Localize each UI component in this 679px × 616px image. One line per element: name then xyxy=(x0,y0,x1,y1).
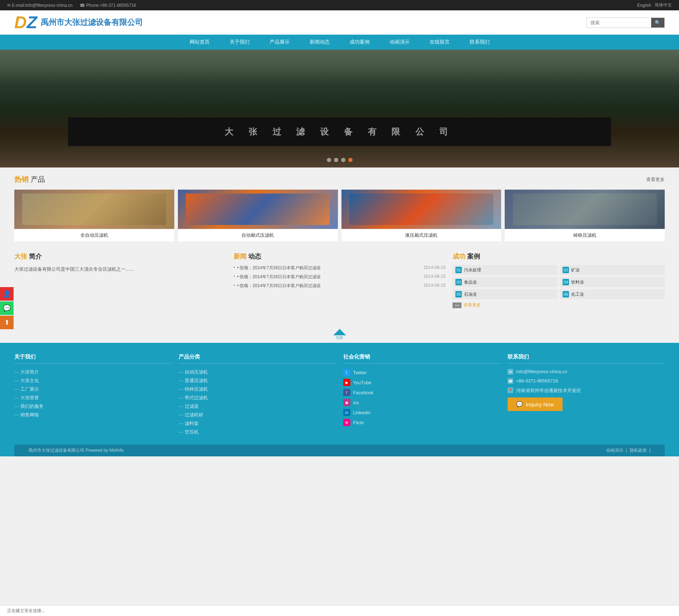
hero-dot-2[interactable] xyxy=(334,158,338,162)
case-num-2: 02 xyxy=(563,267,569,273)
case-label-6: 化工业 xyxy=(571,291,584,297)
news-item-1: • 悦颂：2014年7月26日日本客户购买过滤设 2014-08-15 xyxy=(234,265,446,271)
contact-phone-text: +86-0371-86565716 xyxy=(516,378,558,384)
search-input[interactable] xyxy=(587,18,651,27)
lang-chinese[interactable]: 简体中文 xyxy=(655,2,672,8)
twitter-link[interactable]: Twitter xyxy=(353,370,367,375)
social-twitter: t Twitter xyxy=(343,369,500,376)
top-bar: ✉ E-mail:info@filterpress-china.cn ☎ Pho… xyxy=(0,0,679,10)
case-num-3: 03 xyxy=(455,279,462,285)
news-date-3: 2014-08-15 xyxy=(424,283,445,289)
inquiry-chat-icon: 💬 xyxy=(516,401,523,407)
sidebar-person-btn[interactable]: 👤 xyxy=(0,287,14,301)
case-item-4[interactable]: 04 饮料业 xyxy=(560,277,665,287)
product-card-4[interactable]: 铸铁压滤机 xyxy=(505,190,665,241)
nav-home[interactable]: 网站首页 xyxy=(180,35,220,50)
footer-about-link-1[interactable]: 大张简介 xyxy=(14,369,39,375)
cases-more-link[interactable]: 查看更多 xyxy=(464,302,481,308)
product-card-2[interactable]: 自动厢式压滤机 xyxy=(178,190,338,241)
youtube-icon: ▶ xyxy=(343,379,350,386)
footer-animation-link[interactable]: 动画演示 xyxy=(606,448,623,453)
lang-english[interactable]: English xyxy=(637,3,651,8)
case-item-3[interactable]: 03 食品业 xyxy=(453,277,558,287)
back-to-top-btn[interactable]: TOP xyxy=(333,329,346,340)
product-name-3: 液压厢式压滤机 xyxy=(341,229,501,241)
about-section: 大张 简介 大张过滤设备有限公司是中国三大顶尖专业压滤机之一...... xyxy=(14,252,226,308)
nav-news[interactable]: 新闻动态 xyxy=(300,35,340,50)
whatsapp-icon: 💬 xyxy=(3,304,11,312)
inquiry-button[interactable]: 💬 Inquiry Now xyxy=(508,397,563,411)
sidebar-whatsapp-btn[interactable]: 💬 xyxy=(0,301,14,315)
contact-phone: ☎ +86-0371-86565716 xyxy=(508,378,665,384)
linkedin-icon: in xyxy=(343,409,350,416)
product-img-2 xyxy=(178,190,338,229)
case-item-1[interactable]: 01 污水处理 xyxy=(453,265,558,275)
footer-bottom-links: 动画演示 | 隐私政策 | xyxy=(605,447,650,454)
footer-prod-link-4[interactable]: 带式过滤机 xyxy=(179,395,208,400)
hero-dot-3[interactable] xyxy=(341,158,345,162)
news-link-1[interactable]: • 悦颂：2014年7月26日日本客户购买过滤设 xyxy=(237,265,321,271)
contact-address: 📍 河南省郑州市信通新技术开发区 xyxy=(508,387,665,394)
footer-grid: 关于我们 大张简介 大张文化 工厂展示 大张荣誉 我们的服务 销售网络 产品分类… xyxy=(14,354,665,445)
email-icon: ✉ xyxy=(508,369,513,375)
footer-about-link-5[interactable]: 我们的服务 xyxy=(14,404,44,409)
case-item-2[interactable]: 02 矿业 xyxy=(560,265,665,275)
footer-bottom: 禹州市大张过滤设备有限公司 Powered by MetInfo 动画演示 | … xyxy=(14,445,665,456)
success-section: 成功 案例 01 污水处理 02 矿业 03 食品业 04 饮料业 xyxy=(453,252,665,308)
product-img-3 xyxy=(341,190,501,229)
news-link-3[interactable]: • 悦颂：2014年7月26日日本客户购买过滤设 xyxy=(237,283,321,289)
more-cases: >> 查看更多 xyxy=(453,302,665,308)
youtube-link[interactable]: YouTube xyxy=(353,380,371,385)
nav-contact[interactable]: 联系我们 xyxy=(460,35,500,50)
products-title: 热销 产品 xyxy=(14,175,45,184)
email-label: ✉ E-mail:info@filterpress-china.cn xyxy=(7,3,73,8)
nav-about[interactable]: 关于我们 xyxy=(220,35,260,50)
footer-about-link-3[interactable]: 工厂展示 xyxy=(14,386,39,392)
footer-about-link-6[interactable]: 销售网络 xyxy=(14,412,39,417)
logo-dz: DZ xyxy=(14,14,37,31)
footer-about-links: 大张简介 大张文化 工厂展示 大张荣誉 我们的服务 销售网络 xyxy=(14,369,171,418)
success-title-rest: 案例 xyxy=(467,253,480,260)
social-facebook: f Facebook xyxy=(343,389,500,396)
hero-dot-1[interactable] xyxy=(327,158,331,162)
flickr-link[interactable]: Flickr xyxy=(353,420,364,425)
instagram-link[interactable]: ins xyxy=(353,400,359,405)
news-link-2[interactable]: • 悦颂：2014年7月26日日本客户购买过滤设 xyxy=(237,274,321,280)
products-view-more: 查看更多 xyxy=(646,176,665,183)
products-title-hot: 热销 xyxy=(14,175,29,183)
social-youtube: ▶ YouTube xyxy=(343,379,500,386)
hero-dot-4[interactable] xyxy=(348,158,353,162)
news-title: 新闻 动态 xyxy=(234,252,446,261)
facebook-link[interactable]: Facebook xyxy=(353,390,374,395)
footer-prod-link-3[interactable]: 特种压滤机 xyxy=(179,386,208,392)
footer-prod-link-8[interactable]: 空压机 xyxy=(179,429,199,435)
case-item-5[interactable]: 05 石油业 xyxy=(453,289,558,299)
search-area: 🔍 xyxy=(586,17,665,28)
nav-products[interactable]: 产品展示 xyxy=(260,35,300,50)
footer-prod-link-6[interactable]: 过滤耗材 xyxy=(179,412,203,417)
footer-privacy-link[interactable]: 隐私政策 xyxy=(630,448,647,453)
linkedin-link[interactable]: Linkedin xyxy=(353,410,370,415)
nav-message[interactable]: 在线留言 xyxy=(420,35,460,50)
footer-prod-link-1[interactable]: 自动压滤机 xyxy=(179,369,208,375)
products-more-link[interactable]: 查看更多 xyxy=(646,177,665,182)
product-card-1[interactable]: 全自动压滤机 xyxy=(14,190,174,241)
footer-about-link-2[interactable]: 大张文化 xyxy=(14,378,39,383)
header: DZ 禹州市大张过滤设备有限公司 🔍 xyxy=(0,10,679,35)
sidebar-upload-btn[interactable]: ⬆ xyxy=(0,316,14,329)
search-button[interactable]: 🔍 xyxy=(651,18,664,27)
footer-prod-link-5[interactable]: 过滤器 xyxy=(179,404,199,409)
footer-prod-link-2[interactable]: 普通压滤机 xyxy=(179,378,208,383)
news-title-accent: 新闻 xyxy=(234,253,246,260)
case-num-5: 05 xyxy=(455,291,462,297)
footer-products-col: 产品分类 自动压滤机 普通压滤机 特种压滤机 带式过滤机 过滤器 过滤耗材 滤料… xyxy=(179,354,336,437)
footer-prod-link-7[interactable]: 滤料架 xyxy=(179,421,199,426)
inquiry-label: Inquiry Now xyxy=(526,401,554,407)
footer: 关于我们 大张简介 大张文化 工厂展示 大张荣誉 我们的服务 销售网络 产品分类… xyxy=(0,343,679,456)
logo-area: DZ 禹州市大张过滤设备有限公司 xyxy=(14,14,143,31)
product-card-3[interactable]: 液压厢式压滤机 xyxy=(341,190,501,241)
footer-about-link-4[interactable]: 大张荣誉 xyxy=(14,395,39,400)
nav-cases[interactable]: 成功案例 xyxy=(340,35,380,50)
case-item-6[interactable]: 06 化工业 xyxy=(560,289,665,299)
nav-animation[interactable]: 动画演示 xyxy=(380,35,420,50)
